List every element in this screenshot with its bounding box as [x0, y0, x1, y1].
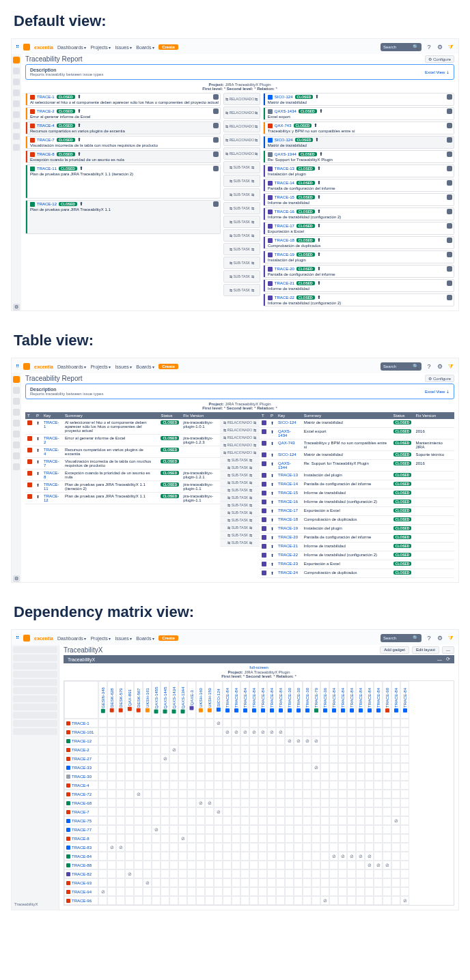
matrix-cell[interactable]	[178, 878, 187, 887]
matrix-cell[interactable]	[116, 727, 125, 736]
sidebar-icon-4[interactable]	[13, 100, 20, 107]
matrix-cell[interactable]	[312, 825, 320, 834]
matrix-cell[interactable]	[391, 852, 400, 861]
table-header[interactable]: P	[268, 412, 276, 419]
matrix-cell[interactable]	[338, 816, 347, 825]
matrix-cell[interactable]	[98, 834, 107, 843]
matrix-cell[interactable]	[116, 852, 125, 861]
matrix-cell[interactable]	[107, 763, 116, 772]
matrix-cell[interactable]	[223, 763, 232, 772]
nav-dashboards[interactable]: Dashboards	[57, 45, 86, 50]
matrix-row-header[interactable]: TRACE-33	[64, 763, 98, 772]
matrix-col-header[interactable]: TRACE-84	[365, 681, 374, 719]
matrix-cell[interactable]	[383, 816, 391, 825]
sidebar-icon-5[interactable]	[13, 111, 20, 118]
gadget-minimize-icon[interactable]: —	[437, 657, 442, 662]
matrix-cell[interactable]	[303, 772, 312, 781]
matrix-cell[interactable]	[249, 869, 258, 878]
sidebar-icon-2[interactable]	[13, 78, 20, 85]
matrix-cell[interactable]	[365, 896, 374, 905]
matrix-cell[interactable]	[383, 878, 391, 887]
table-row[interactable]: ⬆ TRACE-15 Informe de trazabilidad CLOSE…	[260, 489, 454, 498]
matrix-cell[interactable]	[356, 816, 365, 825]
matrix-cell[interactable]	[400, 816, 409, 825]
matrix-cell[interactable]	[338, 843, 347, 852]
issue-key-link[interactable]: TRACE-15	[275, 195, 294, 199]
nav-boards[interactable]: Boards	[136, 364, 154, 369]
matrix-cell[interactable]	[329, 772, 338, 781]
matrix-cell[interactable]	[276, 834, 285, 843]
matrix-cell[interactable]	[223, 843, 232, 852]
matrix-cell[interactable]	[356, 719, 365, 727]
matrix-col-header[interactable]: QAXS-1445	[161, 681, 169, 719]
matrix-cell[interactable]	[365, 861, 374, 869]
matrix-cell[interactable]	[312, 887, 320, 896]
matrix-cell[interactable]	[98, 852, 107, 861]
matrix-cell[interactable]	[312, 719, 320, 727]
issue-key-link[interactable]: TRACE-22	[276, 551, 302, 560]
gadget-refresh-icon[interactable]: ⟳	[446, 657, 450, 662]
matrix-cell[interactable]	[320, 798, 329, 807]
matrix-cell[interactable]	[312, 736, 320, 745]
matrix-cell[interactable]	[347, 790, 356, 798]
matrix-cell[interactable]	[187, 816, 196, 825]
matrix-cell[interactable]	[258, 843, 267, 852]
matrix-cell[interactable]	[294, 852, 303, 861]
matrix-cell[interactable]	[205, 745, 214, 754]
sidebar-icon-3[interactable]	[13, 409, 20, 416]
matrix-cell[interactable]	[276, 745, 285, 754]
matrix-cell[interactable]	[214, 772, 223, 781]
matrix-cell[interactable]	[107, 727, 116, 736]
matrix-cell[interactable]	[143, 727, 152, 736]
matrix-cell[interactable]	[383, 861, 391, 869]
sidebar-icon-3[interactable]	[13, 89, 20, 96]
matrix-cell[interactable]	[312, 861, 320, 869]
matrix-cell[interactable]	[276, 763, 285, 772]
issue-key-link[interactable]: TRACE-19	[275, 253, 294, 257]
matrix-cell[interactable]	[320, 719, 329, 727]
matrix-cell[interactable]	[223, 878, 232, 887]
matrix-cell[interactable]	[232, 763, 240, 772]
matrix-cell[interactable]	[161, 745, 169, 754]
matrix-cell[interactable]	[125, 852, 134, 861]
matrix-cell[interactable]	[125, 772, 134, 781]
matrix-cell[interactable]	[347, 843, 356, 852]
matrix-cell[interactable]	[383, 736, 391, 745]
matrix-cell[interactable]	[312, 798, 320, 807]
matrix-cell[interactable]	[303, 763, 312, 772]
matrix-cell[interactable]	[187, 798, 196, 807]
configure-button[interactable]: ⚙ Configure	[425, 55, 454, 63]
matrix-cell[interactable]	[391, 834, 400, 843]
matrix-cell[interactable]	[223, 754, 232, 763]
matrix-cell[interactable]	[187, 896, 196, 905]
matrix-cell[interactable]	[249, 798, 258, 807]
matrix-cell[interactable]	[169, 816, 178, 825]
matrix-cell[interactable]	[134, 754, 143, 763]
matrix-cell[interactable]	[98, 781, 107, 790]
matrix-cell[interactable]	[329, 781, 338, 790]
issue-key-link[interactable]: TRACE-17	[276, 507, 302, 516]
assignee-avatar[interactable]	[447, 109, 452, 114]
table-row[interactable]: ⬆ TRACE-23 Exportación a Excel CLOSED	[260, 560, 454, 569]
matrix-cell[interactable]	[374, 834, 383, 843]
matrix-cell[interactable]	[223, 727, 232, 736]
matrix-cell[interactable]	[329, 807, 338, 816]
matrix-cell[interactable]	[134, 727, 143, 736]
matrix-cell[interactable]	[391, 861, 400, 869]
matrix-cell[interactable]	[356, 878, 365, 887]
matrix-cell[interactable]	[312, 834, 320, 843]
matrix-cell[interactable]	[152, 843, 161, 852]
matrix-cell[interactable]	[374, 816, 383, 825]
matrix-cell[interactable]	[161, 736, 169, 745]
matrix-cell[interactable]	[107, 816, 116, 825]
matrix-cell[interactable]	[107, 878, 116, 887]
matrix-cell[interactable]	[107, 834, 116, 843]
matrix-cell[interactable]	[107, 781, 116, 790]
assignee-avatar[interactable]	[447, 123, 452, 128]
matrix-cell[interactable]	[365, 754, 374, 763]
assignee-avatar[interactable]	[447, 94, 452, 100]
table-header[interactable]: Summary	[63, 412, 158, 419]
matrix-cell[interactable]	[329, 790, 338, 798]
matrix-cell[interactable]	[116, 745, 125, 754]
matrix-cell[interactable]	[374, 754, 383, 763]
